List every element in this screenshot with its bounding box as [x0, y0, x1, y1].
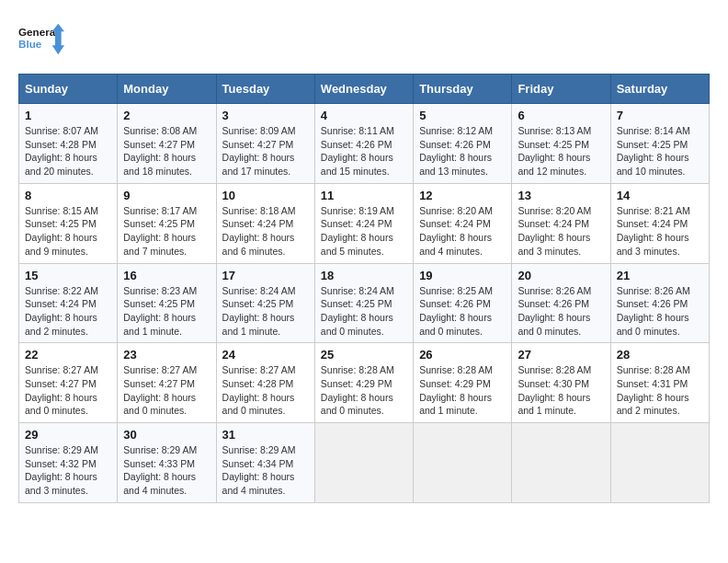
- day-info: Sunrise: 8:18 AM Sunset: 4:24 PM Dayligh…: [222, 204, 309, 259]
- sunset-text: Sunset: 4:24 PM: [222, 218, 294, 229]
- sunrise-text: Sunrise: 8:08 AM: [123, 125, 197, 136]
- day-info: Sunrise: 8:20 AM Sunset: 4:24 PM Dayligh…: [419, 204, 506, 259]
- sunset-text: Sunset: 4:24 PM: [518, 218, 589, 229]
- daylight-text: Daylight: 8 hours and 18 minutes.: [123, 152, 196, 177]
- calendar-week-row: 15 Sunrise: 8:22 AM Sunset: 4:24 PM Dayl…: [19, 263, 710, 343]
- sunset-text: Sunset: 4:34 PM: [222, 458, 294, 469]
- day-info: Sunrise: 8:27 AM Sunset: 4:27 PM Dayligh…: [123, 363, 210, 418]
- calendar-day-cell: 14 Sunrise: 8:21 AM Sunset: 4:24 PM Dayl…: [610, 183, 709, 263]
- day-info: Sunrise: 8:28 AM Sunset: 4:31 PM Dayligh…: [617, 363, 703, 418]
- sunrise-text: Sunrise: 8:28 AM: [321, 364, 394, 375]
- empty-cell: [314, 423, 413, 503]
- sunrise-text: Sunrise: 8:27 AM: [222, 364, 296, 375]
- sunset-text: Sunset: 4:24 PM: [321, 218, 392, 229]
- day-number: 26: [419, 348, 506, 362]
- day-number: 12: [419, 189, 506, 202]
- sunrise-text: Sunrise: 8:29 AM: [25, 444, 98, 455]
- sunset-text: Sunset: 4:25 PM: [518, 139, 589, 150]
- calendar-day-cell: 25 Sunrise: 8:28 AM Sunset: 4:29 PM Dayl…: [314, 343, 413, 423]
- calendar-day-cell: 3 Sunrise: 8:09 AM Sunset: 4:27 PM Dayli…: [216, 104, 314, 184]
- calendar-day-cell: 30 Sunrise: 8:29 AM Sunset: 4:33 PM Dayl…: [118, 423, 216, 503]
- calendar-day-cell: 19 Sunrise: 8:25 AM Sunset: 4:26 PM Dayl…: [414, 263, 512, 343]
- sunset-text: Sunset: 4:29 PM: [321, 378, 392, 389]
- calendar-day-cell: 15 Sunrise: 8:22 AM Sunset: 4:24 PM Dayl…: [19, 263, 118, 343]
- day-number: 14: [617, 189, 703, 202]
- sunrise-text: Sunrise: 8:24 AM: [321, 285, 394, 296]
- day-info: Sunrise: 8:07 AM Sunset: 4:28 PM Dayligh…: [25, 124, 111, 178]
- daylight-text: Daylight: 8 hours and 3 minutes.: [617, 232, 689, 257]
- sunset-text: Sunset: 4:27 PM: [222, 139, 294, 150]
- sunrise-text: Sunrise: 8:13 AM: [518, 125, 591, 136]
- sunrise-text: Sunrise: 8:12 AM: [419, 125, 493, 136]
- day-number: 24: [222, 348, 309, 362]
- day-info: Sunrise: 8:15 AM Sunset: 4:25 PM Dayligh…: [25, 204, 111, 259]
- daylight-text: Daylight: 8 hours and 13 minutes.: [419, 152, 492, 177]
- daylight-text: Daylight: 8 hours and 4 minutes.: [419, 232, 492, 257]
- calendar-day-cell: 4 Sunrise: 8:11 AM Sunset: 4:26 PM Dayli…: [314, 104, 413, 184]
- day-number: 2: [123, 109, 210, 122]
- day-info: Sunrise: 8:14 AM Sunset: 4:25 PM Dayligh…: [617, 124, 703, 178]
- day-info: Sunrise: 8:21 AM Sunset: 4:24 PM Dayligh…: [617, 204, 703, 259]
- sunset-text: Sunset: 4:27 PM: [25, 378, 97, 389]
- calendar-day-cell: 29 Sunrise: 8:29 AM Sunset: 4:32 PM Dayl…: [19, 423, 118, 503]
- sunset-text: Sunset: 4:27 PM: [123, 378, 195, 389]
- daylight-text: Daylight: 8 hours and 9 minutes.: [25, 232, 97, 257]
- daylight-text: Daylight: 8 hours and 1 minute.: [419, 392, 492, 417]
- sunrise-text: Sunrise: 8:11 AM: [321, 125, 394, 136]
- day-number: 16: [123, 269, 210, 282]
- sunset-text: Sunset: 4:33 PM: [123, 458, 195, 469]
- calendar-header-row: SundayMondayTuesdayWednesdayThursdayFrid…: [19, 75, 710, 104]
- sunset-text: Sunset: 4:29 PM: [419, 378, 491, 389]
- calendar-day-cell: 11 Sunrise: 8:19 AM Sunset: 4:24 PM Dayl…: [314, 183, 413, 263]
- calendar-day-cell: 23 Sunrise: 8:27 AM Sunset: 4:27 PM Dayl…: [118, 343, 216, 423]
- daylight-text: Daylight: 8 hours and 3 minutes.: [25, 471, 97, 496]
- sunrise-text: Sunrise: 8:27 AM: [25, 364, 98, 375]
- sunrise-text: Sunrise: 8:19 AM: [321, 205, 394, 216]
- sunset-text: Sunset: 4:26 PM: [321, 139, 392, 150]
- day-info: Sunrise: 8:08 AM Sunset: 4:27 PM Dayligh…: [123, 124, 210, 178]
- sunset-text: Sunset: 4:26 PM: [419, 139, 491, 150]
- daylight-text: Daylight: 8 hours and 0 minutes.: [222, 392, 295, 417]
- daylight-text: Daylight: 8 hours and 1 minute.: [123, 312, 196, 337]
- day-info: Sunrise: 8:22 AM Sunset: 4:24 PM Dayligh…: [25, 284, 111, 339]
- day-info: Sunrise: 8:17 AM Sunset: 4:25 PM Dayligh…: [123, 204, 210, 259]
- day-number: 25: [321, 348, 407, 362]
- daylight-text: Daylight: 8 hours and 0 minutes.: [419, 312, 492, 337]
- calendar-day-cell: 1 Sunrise: 8:07 AM Sunset: 4:28 PM Dayli…: [19, 104, 118, 184]
- sunset-text: Sunset: 4:30 PM: [518, 378, 589, 389]
- sunset-text: Sunset: 4:31 PM: [617, 378, 688, 389]
- day-of-week-header: Monday: [118, 75, 216, 104]
- calendar-day-cell: 9 Sunrise: 8:17 AM Sunset: 4:25 PM Dayli…: [118, 183, 216, 263]
- calendar-day-cell: 22 Sunrise: 8:27 AM Sunset: 4:27 PM Dayl…: [19, 343, 118, 423]
- empty-cell: [414, 423, 512, 503]
- sunset-text: Sunset: 4:26 PM: [419, 298, 491, 309]
- day-number: 1: [25, 109, 111, 122]
- sunset-text: Sunset: 4:28 PM: [222, 378, 294, 389]
- day-info: Sunrise: 8:25 AM Sunset: 4:26 PM Dayligh…: [419, 284, 506, 339]
- sunset-text: Sunset: 4:27 PM: [123, 139, 195, 150]
- sunset-text: Sunset: 4:28 PM: [25, 139, 97, 150]
- sunrise-text: Sunrise: 8:24 AM: [222, 285, 296, 296]
- daylight-text: Daylight: 8 hours and 1 minute.: [518, 392, 590, 417]
- daylight-text: Daylight: 8 hours and 1 minute.: [222, 312, 295, 337]
- day-number: 15: [25, 269, 111, 282]
- day-number: 8: [25, 189, 111, 202]
- day-number: 31: [222, 428, 309, 442]
- calendar-day-cell: 27 Sunrise: 8:28 AM Sunset: 4:30 PM Dayl…: [512, 343, 610, 423]
- calendar-day-cell: 6 Sunrise: 8:13 AM Sunset: 4:25 PM Dayli…: [512, 104, 610, 184]
- day-info: Sunrise: 8:29 AM Sunset: 4:32 PM Dayligh…: [25, 443, 111, 498]
- sunset-text: Sunset: 4:25 PM: [123, 298, 195, 309]
- day-of-week-header: Thursday: [414, 75, 512, 104]
- day-number: 23: [123, 348, 210, 362]
- sunrise-text: Sunrise: 8:09 AM: [222, 125, 296, 136]
- day-number: 19: [419, 269, 506, 282]
- calendar-week-row: 8 Sunrise: 8:15 AM Sunset: 4:25 PM Dayli…: [19, 183, 710, 263]
- day-number: 30: [123, 428, 210, 442]
- sunrise-text: Sunrise: 8:21 AM: [617, 205, 690, 216]
- daylight-text: Daylight: 8 hours and 7 minutes.: [123, 232, 196, 257]
- sunrise-text: Sunrise: 8:28 AM: [518, 364, 591, 375]
- sunrise-text: Sunrise: 8:25 AM: [419, 285, 493, 296]
- calendar-week-row: 1 Sunrise: 8:07 AM Sunset: 4:28 PM Dayli…: [19, 104, 710, 184]
- sunset-text: Sunset: 4:26 PM: [617, 298, 688, 309]
- day-info: Sunrise: 8:24 AM Sunset: 4:25 PM Dayligh…: [222, 284, 309, 339]
